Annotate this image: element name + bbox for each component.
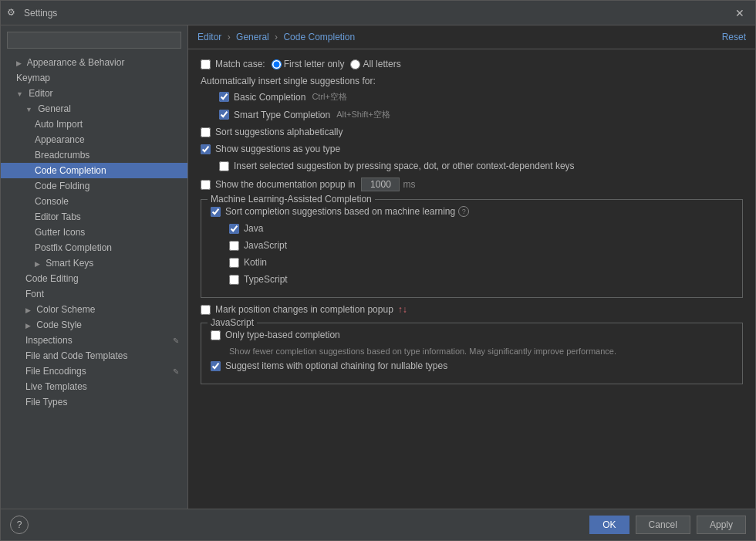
sidebar-item-color-scheme[interactable]: ▶ Color Scheme xyxy=(1,302,187,317)
insert-selected-label[interactable]: Insert selected suggestion by pressing s… xyxy=(219,161,575,171)
close-button[interactable]: ✕ xyxy=(731,5,749,21)
arrow-icon: ▶ xyxy=(25,322,31,330)
arrow-icon: ▶ xyxy=(16,59,22,67)
only-type-based-row: Only type-based completion xyxy=(211,330,733,340)
mark-position-label[interactable]: Mark position changes in completion popu… xyxy=(201,304,393,315)
sidebar-item-keymap[interactable]: Keymap xyxy=(1,70,187,86)
arrow-icon: ▶ xyxy=(25,306,31,314)
sidebar-item-console[interactable]: Console xyxy=(1,194,187,209)
basic-completion-label[interactable]: Basic Completion xyxy=(219,92,305,103)
mark-position-row: Mark position changes in completion popu… xyxy=(201,304,743,315)
ml-section-title: Machine Learning-Assisted Completion xyxy=(208,194,375,205)
sidebar-item-code-style[interactable]: ▶ Code Style xyxy=(1,317,187,333)
title-bar: ⚙ Settings ✕ xyxy=(1,1,755,25)
all-letters-label[interactable]: All letters xyxy=(350,59,400,69)
cancel-button[interactable]: Cancel xyxy=(636,516,690,534)
sidebar-item-auto-import[interactable]: Auto Import xyxy=(1,117,187,132)
sidebar-item-inspections[interactable]: Inspections ✎ xyxy=(1,333,187,348)
only-type-based-label[interactable]: Only type-based completion xyxy=(211,330,340,340)
show-doc-popup-row: Show the documentation popup in ms xyxy=(201,178,743,191)
ml-sort-checkbox[interactable] xyxy=(211,207,221,217)
auto-insert-label: Automatically insert single suggestions … xyxy=(201,76,743,86)
only-type-based-checkbox[interactable] xyxy=(211,330,221,340)
show-suggestions-label[interactable]: Show suggestions as you type xyxy=(201,144,340,154)
mark-position-checkbox[interactable] xyxy=(201,305,211,315)
sidebar-item-postfix-completion[interactable]: Postfix Completion xyxy=(1,240,187,255)
sidebar-item-font[interactable]: Font xyxy=(1,286,187,302)
sidebar-item-file-types[interactable]: File Types xyxy=(1,394,187,410)
match-case-checkbox[interactable] xyxy=(201,59,211,69)
insert-selected-row: Insert selected suggestion by pressing s… xyxy=(219,161,743,171)
java-checkbox[interactable] xyxy=(229,224,239,234)
sidebar-item-live-templates[interactable]: Live Templates xyxy=(1,379,187,394)
sidebar-item-editor[interactable]: ▼ Editor xyxy=(1,86,187,101)
popup-delay-input[interactable] xyxy=(361,178,400,191)
help-button[interactable]: ? xyxy=(10,516,29,534)
sidebar-item-appearance[interactable]: Appearance xyxy=(1,132,187,147)
first-letter-only-radio[interactable] xyxy=(272,59,282,69)
sidebar: ▶ Appearance & Behavior Keymap ▼ Editor … xyxy=(1,25,188,509)
breadcrumb-bar: Editor › General › Code Completion Reset xyxy=(188,25,755,49)
show-suggestions-row: Show suggestions as you type xyxy=(201,144,743,154)
sidebar-item-file-code-templates[interactable]: File and Code Templates xyxy=(1,348,187,363)
suggest-optional-chaining-label[interactable]: Suggest items with optional chaining for… xyxy=(211,360,447,371)
basic-completion-row: Basic Completion Ctrl+空格 xyxy=(219,91,743,103)
action-buttons: OK Cancel Apply xyxy=(589,516,746,534)
match-case-checkbox-label[interactable]: Match case: xyxy=(201,59,265,69)
popup-delay-unit: ms xyxy=(403,179,415,190)
letter-case-radio-group: First letter only All letters xyxy=(272,59,401,69)
arrow-icon: ▼ xyxy=(16,90,23,98)
sidebar-item-file-encodings[interactable]: File Encodings ✎ xyxy=(1,363,187,379)
arrow-icon: ▶ xyxy=(35,260,40,268)
kotlin-checkbox[interactable] xyxy=(229,258,239,268)
sidebar-item-general[interactable]: ▼ General xyxy=(1,101,187,117)
all-letters-radio[interactable] xyxy=(350,59,360,69)
typescript-checkbox[interactable] xyxy=(229,275,239,285)
java-label[interactable]: Java xyxy=(229,223,263,234)
suggest-optional-chaining-row: Suggest items with optional chaining for… xyxy=(211,360,733,371)
smart-type-checkbox[interactable] xyxy=(219,110,229,120)
settings-area: Match case: First letter only All letter… xyxy=(188,49,755,509)
sort-alpha-checkbox[interactable] xyxy=(201,127,211,137)
search-input[interactable] xyxy=(7,32,181,49)
java-row: Java xyxy=(229,223,733,234)
ok-button[interactable]: OK xyxy=(589,516,629,534)
javascript-checkbox[interactable] xyxy=(229,241,239,251)
help-icon[interactable]: ? xyxy=(458,206,469,217)
suggest-optional-chaining-checkbox[interactable] xyxy=(211,361,221,371)
smart-type-row: Smart Type Completion Alt+Shift+空格 xyxy=(219,109,743,120)
sidebar-item-code-editing[interactable]: Code Editing xyxy=(1,271,187,286)
sidebar-item-smart-keys[interactable]: ▶ Smart Keys xyxy=(1,255,187,271)
first-letter-only-label[interactable]: First letter only xyxy=(272,59,345,69)
sidebar-item-breadcrumbs[interactable]: Breadcrumbs xyxy=(1,147,187,163)
app-icon: ⚙ xyxy=(7,7,19,19)
sidebar-item-gutter-icons[interactable]: Gutter Icons xyxy=(1,225,187,240)
sort-alpha-label[interactable]: Sort suggestions alphabetically xyxy=(201,127,343,137)
breadcrumb: Editor › General › Code Completion xyxy=(197,32,355,42)
show-suggestions-checkbox[interactable] xyxy=(201,144,211,154)
arrow-icon: ▼ xyxy=(25,106,32,113)
typescript-label[interactable]: TypeScript xyxy=(229,274,288,285)
typescript-row: TypeScript xyxy=(229,274,733,285)
kotlin-label[interactable]: Kotlin xyxy=(229,257,267,268)
settings-dialog: ⚙ Settings ✕ ▶ Appearance & Behavior Key… xyxy=(0,0,756,541)
match-case-row: Match case: First letter only All letter… xyxy=(201,59,743,69)
javascript-label[interactable]: JavaScript xyxy=(229,240,287,251)
sidebar-item-appearance-behavior[interactable]: ▶ Appearance & Behavior xyxy=(1,55,187,70)
apply-button[interactable]: Apply xyxy=(697,516,746,534)
ml-sort-label[interactable]: Sort completion suggestions based on mac… xyxy=(211,206,455,217)
edit-icon: ✎ xyxy=(170,335,181,346)
reset-link[interactable]: Reset xyxy=(722,32,746,42)
kotlin-row: Kotlin xyxy=(229,257,733,268)
sidebar-item-editor-tabs[interactable]: Editor Tabs xyxy=(1,209,187,225)
basic-completion-checkbox[interactable] xyxy=(219,92,229,102)
content-area: Editor › General › Code Completion Reset… xyxy=(188,25,755,509)
search-box[interactable] xyxy=(7,32,181,49)
show-doc-popup-checkbox[interactable] xyxy=(201,180,211,190)
basic-completion-shortcut: Ctrl+空格 xyxy=(312,91,347,103)
insert-selected-checkbox[interactable] xyxy=(219,161,229,171)
show-doc-popup-label[interactable]: Show the documentation popup in xyxy=(201,179,355,190)
sidebar-item-code-completion[interactable]: Code Completion xyxy=(1,163,187,178)
smart-type-label[interactable]: Smart Type Completion xyxy=(219,110,330,120)
sidebar-item-code-folding[interactable]: Code Folding xyxy=(1,178,187,194)
